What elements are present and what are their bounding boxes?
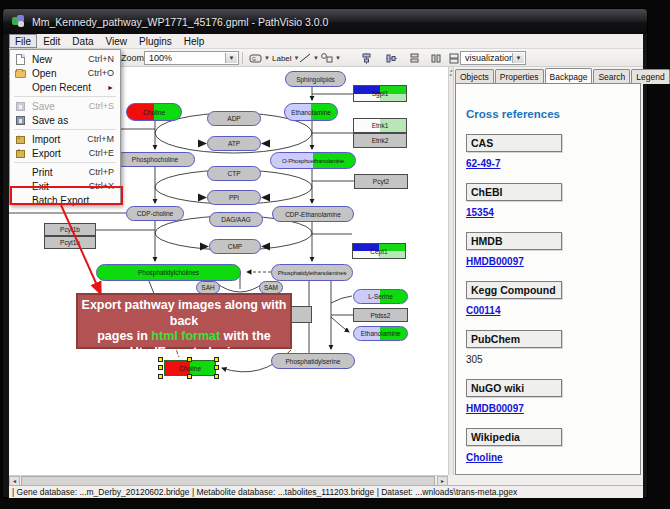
menu-separator (14, 162, 116, 163)
xref-section-chebi: ChEBI 15354 (466, 182, 640, 218)
xref-header: ChEBI (466, 183, 562, 201)
node-adp[interactable]: ADP (207, 111, 261, 126)
datanode-tool-button[interactable]: G ▼ (247, 51, 272, 65)
node-pcyt1a[interactable]: Pcyt1a (44, 236, 96, 249)
xref-section-pubchem: PubChem 305 (466, 329, 640, 365)
node-choline-top[interactable]: Choline (126, 103, 182, 121)
node-etnk1[interactable]: Etnk1 (353, 118, 407, 133)
file-menu-item-open-recent[interactable]: Open Recent ► (10, 80, 120, 94)
file-menu-item-save-as[interactable]: Save as (10, 113, 120, 127)
tab-search[interactable]: Search (593, 69, 630, 84)
node-cept1[interactable]: Cept1 (352, 243, 406, 259)
xref-link[interactable]: 62-49-7 (466, 158, 500, 169)
menu-help[interactable]: Help (178, 34, 211, 48)
node-ppi[interactable]: PPi (207, 190, 261, 205)
xref-header: PubChem (466, 330, 562, 348)
node-sphingolipids[interactable]: Sphingolipids (285, 71, 346, 87)
selection-handle[interactable] (158, 365, 163, 370)
panel-bottom-strip (448, 475, 643, 485)
node-phosphatidylserine[interactable]: Phosphatidylserine (271, 353, 355, 369)
xref-link[interactable]: 15354 (466, 207, 494, 218)
align-center-y-button[interactable] (384, 51, 399, 65)
xref-link[interactable]: HMDB00097 (466, 256, 524, 267)
xref-link[interactable]: C00114 (466, 305, 500, 316)
xref-header: Kegg Compound (466, 281, 562, 299)
splitter-collapse-icon[interactable]: ◂▸ (449, 69, 453, 77)
side-panel: Objects Properties Backpage Search Legen… (454, 67, 643, 477)
menu-separator (14, 96, 116, 97)
datanode-tool-icon: G (249, 53, 262, 63)
svg-text:G: G (252, 56, 256, 62)
node-ctp[interactable]: CTP (207, 166, 261, 181)
file-menu-dropdown: New Ctrl+N Open Ctrl+O Open Recent ► Sav… (9, 49, 121, 205)
tab-legend[interactable]: Legend (631, 69, 669, 84)
zoom-combobox[interactable]: 100% ▼ (144, 51, 239, 65)
tab-backpage[interactable]: Backpage (545, 68, 593, 83)
menu-edit[interactable]: Edit (37, 34, 66, 48)
menu-plugins[interactable]: Plugins (133, 34, 178, 48)
xref-value: 305 (466, 354, 483, 365)
file-menu-item-print[interactable]: Print Ctrl+P (10, 165, 120, 179)
align-center-x-icon (361, 53, 372, 64)
node-cdp-ethanolamine[interactable]: CDP-Ethanolamine (272, 206, 354, 222)
node-ptdss2[interactable]: Ptdss2 (353, 308, 408, 322)
file-menu-item-export[interactable]: ↑ Export Ctrl+E (10, 146, 120, 160)
chevron-down-icon[interactable]: ▼ (225, 53, 237, 63)
annotation-callout: Export pathway images along with back pa… (76, 293, 292, 349)
shape-tool-button[interactable]: ▼ (319, 51, 343, 65)
save-as-disk-icon (15, 115, 26, 126)
node-cdp-choline[interactable]: CDP-choline (126, 206, 184, 221)
canvas-horizontal-scrollbar[interactable]: ◄ ► (9, 475, 448, 485)
menu-bar: File Edit Data View Plugins Help (9, 34, 643, 49)
selection-handle[interactable] (214, 374, 219, 379)
save-disk-icon (15, 101, 26, 112)
node-phosphatidylethanolamines[interactable]: Phosphatidylethanolamines (271, 264, 353, 281)
node-pcyt2[interactable]: Pcyt2 (354, 174, 408, 189)
selection-handle[interactable] (214, 365, 219, 370)
tab-properties[interactable]: Properties (495, 69, 544, 84)
common-size-button[interactable] (447, 51, 461, 65)
import-icon: ↓ (15, 134, 26, 145)
menu-file[interactable]: File (9, 34, 37, 48)
file-menu-item-open[interactable]: Open Ctrl+O (10, 66, 120, 80)
align-center-x-button[interactable] (359, 51, 374, 65)
xref-link[interactable]: Choline (466, 452, 503, 463)
selection-handle[interactable] (158, 374, 163, 379)
new-page-icon (15, 54, 26, 65)
node-atp[interactable]: ATP (207, 136, 261, 151)
node-cmp[interactable]: CMP (209, 239, 261, 254)
chevron-down-icon[interactable]: ▼ (512, 53, 524, 63)
side-panel-tabs: Objects Properties Backpage Search Legen… (455, 69, 670, 84)
menu-data[interactable]: Data (66, 34, 99, 48)
xref-link[interactable]: HMDB00097 (466, 403, 524, 414)
line-tool-icon (299, 53, 311, 63)
node-ethanolamine-top[interactable]: Ethanolamine (284, 103, 338, 121)
file-menu-item-new[interactable]: New Ctrl+N (10, 52, 120, 66)
node-etnk2[interactable]: Etnk2 (353, 133, 407, 148)
xref-section-cas: CAS 62-49-7 (466, 133, 640, 169)
selection-handle[interactable] (187, 374, 192, 379)
app-icon (12, 15, 25, 28)
node-sgpl1[interactable]: Sgpl1 (353, 85, 407, 102)
stack-horizontal-button[interactable] (429, 51, 444, 65)
node-o-phosphoethanolamine[interactable]: O-Phosphoethanolamine (270, 152, 356, 169)
node-pcyt1b[interactable]: Pcyt1b (44, 223, 96, 236)
tab-objects[interactable]: Objects (455, 69, 494, 84)
window-title: Mm_Kennedy_pathway_WP1771_45176.gpml - P… (32, 16, 328, 28)
xref-section-hmdb: HMDB HMDB00097 (466, 231, 640, 267)
node-ethanolamine-bottom[interactable]: Ethanolamine (353, 326, 408, 341)
app-window: Mm_Kennedy_pathway_WP1771_45176.gpml - P… (2, 8, 648, 498)
submenu-arrow-icon: ► (107, 84, 114, 91)
menu-separator (14, 129, 116, 130)
visualization-combobox[interactable]: visualization ▼ (460, 51, 526, 65)
export-icon: ↑ (15, 148, 26, 159)
file-menu-item-import[interactable]: ↓ Import Ctrl+M (10, 132, 120, 146)
stack-vertical-button[interactable] (407, 51, 422, 65)
node-phosphatidylcholines[interactable]: Phosphatidylcholines (96, 264, 241, 281)
line-tool-button[interactable]: ▼ (297, 51, 321, 65)
title-bar: Mm_Kennedy_pathway_WP1771_45176.gpml - P… (3, 9, 647, 34)
node-l-serine[interactable]: L-Serine (353, 289, 408, 304)
node-phosphocholine[interactable]: Phosphocholine (115, 152, 195, 167)
menu-view[interactable]: View (99, 34, 133, 48)
node-dag-aag[interactable]: DAG/AAG (209, 212, 263, 227)
